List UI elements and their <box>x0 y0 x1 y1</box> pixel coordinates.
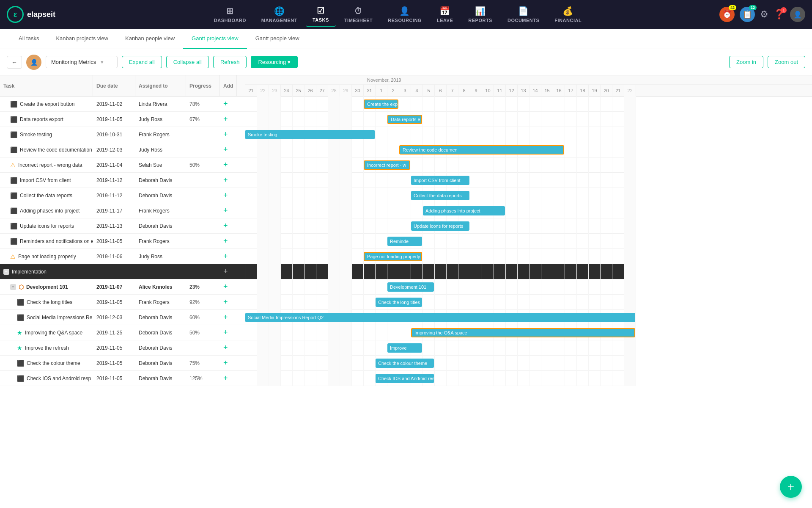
gantt-bar[interactable]: Social Media Impressions Report Q2 <box>245 313 635 322</box>
task-assigned: Frank Rogers <box>135 130 186 139</box>
gantt-bar[interactable]: Update icons for reports <box>411 221 469 231</box>
gantt-row: Check the colour theme <box>245 356 636 371</box>
task-add[interactable]: + <box>220 296 237 308</box>
table-row: ⬛ Import CSV from client 2019-11-12 Debo… <box>0 173 245 188</box>
collapse-all-button[interactable]: Collapse all <box>166 56 209 68</box>
table-row: ⬛ Collect the data reports 2019-11-12 De… <box>0 188 245 203</box>
task-add[interactable]: + <box>220 144 237 156</box>
th-assigned: Assigned to <box>135 75 186 96</box>
table-row: ⬛ Data reports export 2019-11-05 Judy Ro… <box>0 112 245 127</box>
task-add[interactable]: + <box>220 174 237 186</box>
task-due: 2019-11-06 <box>93 252 135 261</box>
notifications-button[interactable]: 📋 12 <box>740 7 755 22</box>
nav-timesheet[interactable]: ⏱ TIMESHEET <box>337 3 379 26</box>
gantt-bar[interactable]: Import CSV from client <box>411 176 469 185</box>
gantt-bar[interactable]: Improving the Q&A space <box>411 328 635 337</box>
resourcing-dropdown-icon: ▾ <box>288 59 291 65</box>
tab-gantt-people[interactable]: Gantt people view <box>247 29 308 49</box>
task-assigned: Judy Ross <box>135 115 186 124</box>
gantt-row: Development 101 <box>245 279 636 295</box>
gantt-bar[interactable]: Page not loading properly <box>364 252 422 261</box>
task-progress: 78% <box>186 99 220 109</box>
tab-gantt-projects[interactable]: Gantt projects view <box>183 29 247 49</box>
table-row: ⬛ Reminders and notifications on en 2019… <box>0 234 245 249</box>
gantt-bar[interactable]: Data reports e <box>387 115 422 124</box>
project-dropdown[interactable]: Monitoring Metrics ▾ <box>46 56 118 68</box>
task-add[interactable]: + <box>220 159 237 171</box>
gantt-bar[interactable]: Reminde <box>387 237 422 246</box>
nav-documents[interactable]: 📄 DOCUMENTS <box>501 3 546 26</box>
task-add[interactable]: + <box>220 235 237 247</box>
task-add[interactable]: + <box>220 204 237 217</box>
group-add[interactable]: + <box>220 265 237 278</box>
fab-add-button[interactable]: + <box>780 476 802 498</box>
gantt-bar[interactable]: Collect the data reports <box>411 191 469 200</box>
task-add[interactable]: + <box>220 250 237 262</box>
gantt-row: Improve <box>245 340 636 356</box>
nav-tasks[interactable]: ☑ TASKS <box>306 2 336 27</box>
task-add[interactable]: + <box>220 98 237 110</box>
task-name: ⚠ Page not loading properly <box>0 251 93 262</box>
task-due: 2019-11-05 <box>93 343 135 353</box>
zoom-in-button[interactable]: Zoom in <box>729 56 763 68</box>
gantt-bar[interactable]: Create the export <box>364 99 398 109</box>
table-row: ⬛ Check the long titles 2019-11-05 Frank… <box>0 295 245 310</box>
task-progress <box>186 346 220 350</box>
gantt-bar[interactable]: Adding phases into project <box>423 206 505 215</box>
settings-button[interactable]: ⚙ <box>760 9 768 20</box>
task-due: 2019-11-25 <box>93 328 135 337</box>
gantt-row: Data reports e <box>245 112 636 127</box>
collapse-button[interactable]: − <box>3 269 9 275</box>
nav-dashboard[interactable]: ⊞ DASHBOARD <box>207 3 253 26</box>
gantt-bar[interactable]: Check the long titles <box>376 298 422 307</box>
nav-resourcing[interactable]: 👤 RESOURCING <box>381 3 428 26</box>
subgroup-add[interactable]: + <box>220 281 237 293</box>
task-add[interactable]: + <box>220 128 237 141</box>
gantt-bar[interactable]: Check IOS and Android response <box>376 374 434 383</box>
task-due: 2019-11-12 <box>93 176 135 185</box>
gantt-bar[interactable]: Review the code documen <box>399 145 564 155</box>
th-task: Task <box>0 75 93 96</box>
gantt-bar[interactable]: Improve <box>387 343 422 353</box>
nav-financial[interactable]: 💰 FINANCIAL <box>548 3 588 26</box>
gantt-row: Import CSV from client <box>245 173 636 188</box>
gantt-bar[interactable]: Incorrect report - w <box>364 160 410 170</box>
zoom-out-button[interactable]: Zoom out <box>768 56 805 68</box>
task-add[interactable]: + <box>220 372 237 384</box>
task-add[interactable]: + <box>220 357 237 369</box>
task-star-icon: ★ <box>17 345 22 351</box>
table-row: ⬛ Check the colour theme 2019-11-05 Debo… <box>0 356 245 371</box>
refresh-button[interactable]: Refresh <box>213 56 247 68</box>
tab-all-tasks[interactable]: All tasks <box>10 29 47 49</box>
task-add[interactable]: + <box>220 220 237 232</box>
user-avatar[interactable]: 👤 <box>790 7 805 22</box>
gantt-bar[interactable]: Check the colour theme <box>376 359 434 368</box>
gantt-bar[interactable]: Smoke testing <box>245 130 375 139</box>
nav-leave[interactable]: 📅 LEAVE <box>430 3 460 26</box>
tab-kanban-projects[interactable]: Kanban projects view <box>47 29 117 49</box>
task-progress <box>186 255 220 258</box>
task-assigned: Deborah Davis <box>135 359 186 368</box>
help-button[interactable]: ❓ 1 <box>774 9 785 20</box>
gantt-body: Create the exportData reports eSmoke tes… <box>245 97 812 386</box>
arrow-left-button[interactable]: ← <box>7 56 22 69</box>
expand-all-button[interactable]: Expand all <box>122 56 162 68</box>
task-due: 2019-12-03 <box>93 145 135 155</box>
tab-kanban-people[interactable]: Kanban people view <box>117 29 183 49</box>
nav-management[interactable]: 🌐 MANAGEMENT <box>255 3 304 26</box>
task-progress <box>186 224 220 228</box>
collapse-button[interactable]: − <box>10 284 16 290</box>
task-add[interactable]: + <box>220 326 237 339</box>
alerts-button[interactable]: ⏰ 42 <box>719 7 735 22</box>
resourcing-button[interactable]: Resourcing ▾ <box>251 56 297 68</box>
task-add[interactable]: + <box>220 311 237 323</box>
task-add[interactable]: + <box>220 189 237 202</box>
task-assigned: Deborah Davis <box>135 328 186 337</box>
task-due: 2019-11-13 <box>93 221 135 231</box>
task-due: 2019-12-03 <box>93 313 135 322</box>
task-add[interactable]: + <box>220 113 237 125</box>
nav-reports[interactable]: 📊 REPORTS <box>461 3 499 26</box>
logo[interactable]: ε elapseit <box>7 6 66 23</box>
gantt-bar[interactable]: Development 101 <box>387 282 434 292</box>
task-add[interactable]: + <box>220 342 237 354</box>
